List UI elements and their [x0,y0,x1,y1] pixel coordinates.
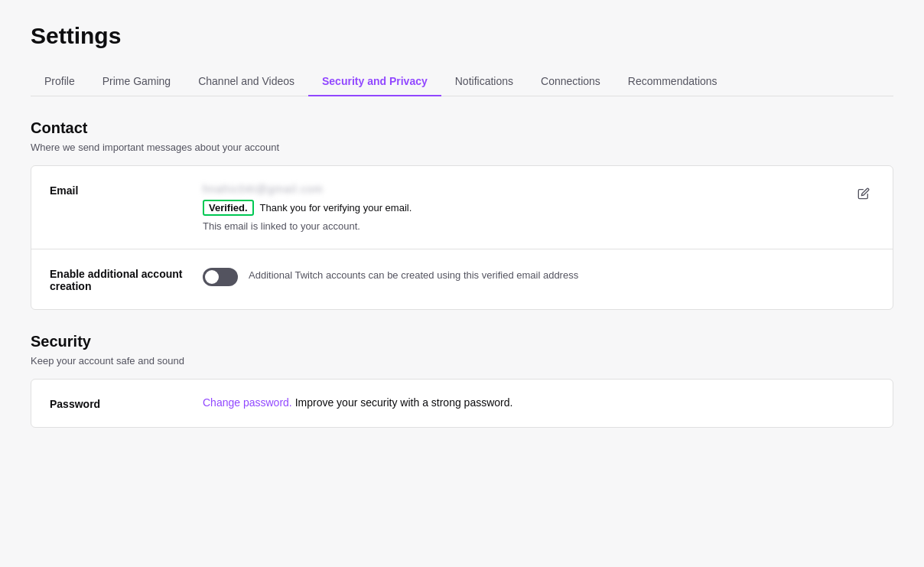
edit-email-button[interactable] [853,183,874,204]
contact-card: Email hnahic04t@gmail.com Verified. Than… [31,165,893,310]
password-row: Password Change password. Improve your s… [31,380,893,427]
verified-message: Thank you for verifying your email. [260,202,412,213]
security-card: Password Change password. Improve your s… [31,379,893,428]
page-title: Settings [31,23,893,49]
tab-security-and-privacy[interactable]: Security and Privacy [308,67,441,96]
toggle-thumb [205,270,219,284]
email-label: Email [50,183,203,197]
tab-connections[interactable]: Connections [527,67,614,96]
tab-channel-and-videos[interactable]: Channel and Videos [184,67,308,96]
password-info: Change password. Improve your security w… [203,396,874,409]
security-section-subtitle: Keep your account safe and sound [31,355,893,367]
email-value: hnahic04t@gmail.com [203,183,841,195]
change-password-link[interactable]: Change password. [203,396,292,409]
email-row: Email hnahic04t@gmail.com Verified. Than… [31,166,893,249]
password-description: Improve your security with a strong pass… [295,396,513,409]
settings-nav: Profile Prime Gaming Channel and Videos … [31,67,893,96]
email-actions [841,183,874,204]
email-content: hnahic04t@gmail.com Verified. Thank you … [203,183,841,232]
account-creation-description: Additional Twitch accounts can be create… [249,266,578,281]
toggle-wrapper: Additional Twitch accounts can be create… [203,266,874,286]
tab-prime-gaming[interactable]: Prime Gaming [89,67,184,96]
toggle-track[interactable] [203,268,238,286]
tab-notifications[interactable]: Notifications [441,67,527,96]
account-creation-toggle[interactable] [203,268,238,286]
account-creation-row: Enable additional account creation Addit… [31,249,893,309]
password-label: Password [50,396,203,410]
account-creation-content: Additional Twitch accounts can be create… [203,266,874,286]
security-section-title: Security [31,333,893,350]
contact-section-subtitle: Where we send important messages about y… [31,142,893,153]
tab-profile[interactable]: Profile [31,67,89,96]
password-content: Change password. Improve your security w… [203,396,874,409]
linked-message: This email is linked to your account. [203,220,841,232]
contact-section-title: Contact [31,119,893,137]
tab-recommendations[interactable]: Recommendations [614,67,731,96]
security-section: Security Keep your account safe and soun… [31,333,893,428]
contact-section: Contact Where we send important messages… [31,119,893,310]
verified-badge-text: Verified. [203,200,254,216]
account-creation-label: Enable additional account creation [50,266,203,292]
verified-badge: Verified. Thank you for verifying your e… [203,200,841,216]
